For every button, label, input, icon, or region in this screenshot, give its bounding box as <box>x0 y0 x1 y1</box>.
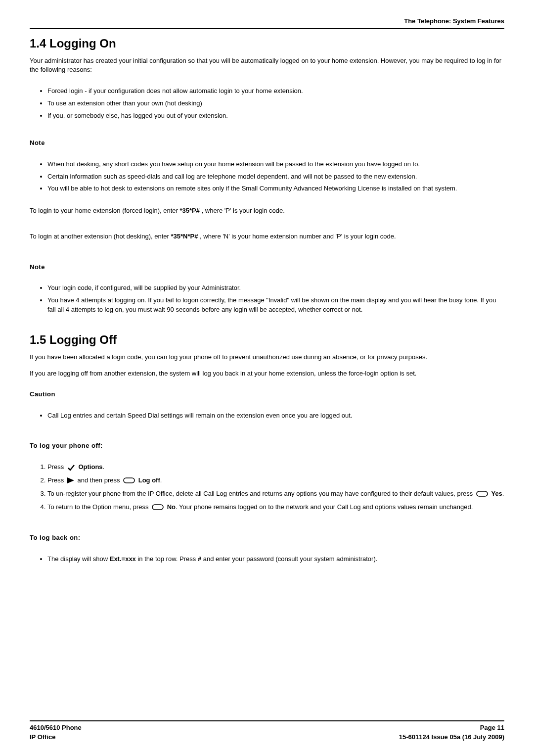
list-item: You will be able to hot desk to extensio… <box>47 184 504 193</box>
sec15-caution-list: Call Log entries and certain Speed Dial … <box>30 408 504 424</box>
yes-label: Yes <box>491 490 502 497</box>
svg-rect-1 <box>124 478 134 483</box>
footer-phone-model: 4610/5610 Phone <box>30 723 82 733</box>
sec15-p1: If you have been allocated a login code,… <box>30 353 504 362</box>
text: To login at another extension (hot deski… <box>30 233 171 240</box>
section-1-4-title: 1.4 Logging On <box>30 35 504 52</box>
text: To un-register your phone from the IP Of… <box>47 490 475 497</box>
list-item: Forced login - if your configuration doe… <box>47 87 504 96</box>
text: , where 'N' is your home extension numbe… <box>200 233 396 240</box>
svg-rect-3 <box>152 505 163 510</box>
list-item: You have 4 attempts at logging on. If yo… <box>47 296 504 315</box>
text: Press <box>47 463 66 471</box>
caution-label: Caution <box>30 390 504 399</box>
logoff-steps: Press Options. Press and then press Log … <box>30 459 504 516</box>
options-label: Options <box>78 463 102 471</box>
text: To login to your home extension (forced … <box>30 207 180 214</box>
text: and then press <box>77 476 122 484</box>
footer-right: Page 11 15-601124 Issue 05a (16 July 200… <box>399 723 504 742</box>
list-item: Press Options. <box>47 463 504 472</box>
sec15-p2: If you are logging off from another exte… <box>30 369 504 378</box>
list-item: Call Log entries and certain Speed Dial … <box>47 411 504 421</box>
login-home-code: *35*P# <box>180 207 200 214</box>
text: , where 'P' is your login code. <box>202 207 285 214</box>
login-other-instruction: To login at another extension (hot deski… <box>30 232 504 241</box>
footer-issue: 15-601124 Issue 05a (16 July 2009) <box>399 733 504 742</box>
login-other-code: *35*N*P# <box>171 233 198 240</box>
page-footer: 4610/5610 Phone IP Office Page 11 15-601… <box>30 720 504 742</box>
footer-left: 4610/5610 Phone IP Office <box>30 723 82 742</box>
list-item: Certain information such as speed-dials … <box>47 172 504 182</box>
sec14-note2-list: Your login code, if configured, will be … <box>30 281 504 318</box>
svg-marker-0 <box>67 477 74 483</box>
text: The display will show <box>47 555 110 563</box>
running-header: The Telephone: System Features <box>30 17 504 29</box>
sec14-reasons-list: Forced login - if your configuration doe… <box>30 84 504 124</box>
softkey-icon <box>152 504 164 510</box>
svg-rect-2 <box>477 491 488 496</box>
logback-heading: To log back on: <box>30 533 504 543</box>
logback-list: The display will show Ext.=xxx in the to… <box>30 552 504 567</box>
list-item: To return to the Option menu, press No. … <box>47 503 504 512</box>
no-label: No <box>167 503 176 511</box>
text: . Your phone remains logged on to the ne… <box>176 503 473 511</box>
footer-product: IP Office <box>30 733 82 742</box>
arrow-right-icon <box>67 477 74 483</box>
logback-code: Ext.=xxx <box>110 555 136 563</box>
sec14-intro: Your administrator has created your init… <box>30 56 504 75</box>
text: . <box>103 463 105 471</box>
list-item: If you, or somebody else, has logged you… <box>47 111 504 121</box>
section-1-5-title: 1.5 Logging Off <box>30 331 504 349</box>
text: . <box>502 490 504 497</box>
softkey-icon <box>476 491 488 497</box>
login-home-instruction: To login to your home extension (forced … <box>30 206 504 216</box>
check-icon <box>67 464 75 471</box>
text: To return to the Option menu, press <box>47 503 150 511</box>
list-item: When hot desking, any short codes you ha… <box>47 160 504 169</box>
text: Press <box>47 476 66 484</box>
softkey-icon <box>123 477 135 483</box>
hash-key: # <box>198 555 201 563</box>
text: in the top row. Press <box>137 555 197 563</box>
logoff-label: Log off <box>138 476 160 484</box>
note-label: Note <box>30 263 504 272</box>
list-item: The display will show Ext.=xxx in the to… <box>47 555 504 564</box>
logoff-heading: To log your phone off: <box>30 441 504 451</box>
list-item: Press and then press Log off. <box>47 476 504 485</box>
list-item: To un-register your phone from the IP Of… <box>47 489 504 499</box>
text: . <box>160 476 162 484</box>
sec14-note1-list: When hot desking, any short codes you ha… <box>30 157 504 197</box>
note-label: Note <box>30 139 504 148</box>
footer-page-number: Page 11 <box>399 723 504 733</box>
list-item: Your login code, if configured, will be … <box>47 284 504 293</box>
list-item: To use an extension other than your own … <box>47 99 504 108</box>
text: and enter your password (consult your sy… <box>203 555 378 563</box>
